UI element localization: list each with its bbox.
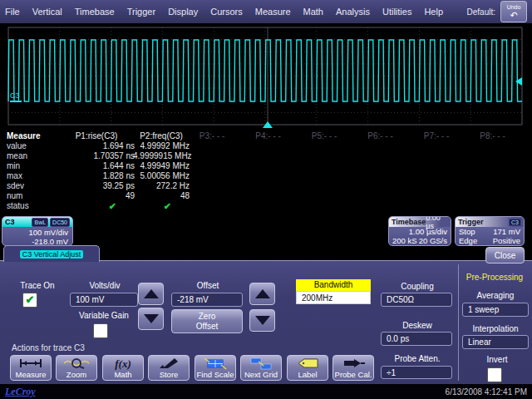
measure-column-p1[interactable]: P1:rise(C3)1.694 ns1.70357 ns1.644 ns1.8…: [58, 131, 135, 211]
variable-gain-checkbox[interactable]: [93, 323, 108, 338]
math-action-button[interactable]: f(x) Math: [102, 355, 144, 381]
timebase-per-div: 1.00 µs/div: [409, 227, 447, 236]
offset-label: Offset: [175, 281, 241, 290]
timebase-samples: 200 kS: [392, 236, 417, 245]
menu-item-utilities[interactable]: Utilities: [382, 7, 411, 17]
oscilloscope-screen: FileVerticalTimebaseTriggerDisplayCursor…: [0, 0, 532, 399]
trigger-mode: Stop: [459, 227, 475, 236]
measure-value: 1.70357 ns: [58, 151, 135, 161]
measure-column-header: P8:- - -: [468, 131, 518, 141]
variable-gain-label: Variable Gain: [68, 311, 140, 320]
menu-item-measure[interactable]: Measure: [255, 7, 291, 17]
deskew-field[interactable]: 0.0 ps: [381, 332, 452, 346]
dialog-tab-label: C3 Vertical Adjust: [20, 250, 84, 259]
measure-row-label: num: [7, 191, 57, 201]
measure-column-p2[interactable]: P2:freq(C3)4.99992 MHz4.9999915 MHz4.999…: [133, 131, 190, 211]
menu-item-math[interactable]: Math: [303, 7, 323, 17]
coupling-field[interactable]: DC50Ω: [381, 293, 452, 307]
offset-increase-button[interactable]: [249, 283, 275, 305]
measure-column-p3[interactable]: P3:- - -: [187, 131, 237, 141]
trigger-descriptor-box[interactable]: Trigger C3 Stop 171 mV Edge Positive: [455, 216, 525, 246]
zoom-action-button[interactable]: Zoom: [56, 355, 97, 381]
invert-label: Invert: [474, 355, 520, 364]
vertical-adjust-dialog: C3 Vertical Adjust Trace On ✔ Volts/div …: [0, 245, 532, 384]
measure-column-header: P1:rise(C3): [58, 131, 135, 141]
lecroy-logo[interactable]: LeCroy: [5, 386, 36, 398]
bandwidth-limit-badge: BwL: [32, 218, 48, 227]
coupling-label: Coupling: [384, 282, 451, 291]
timebase-title: Timebase: [392, 218, 426, 226]
menu-item-help[interactable]: Help: [424, 7, 443, 17]
waveform-plot[interactable]: C3: [0, 23, 532, 131]
menu-item-display[interactable]: Display: [168, 7, 198, 17]
trace-on-checkbox[interactable]: ✔: [22, 293, 37, 308]
undo-button[interactable]: Undo ↶: [500, 1, 527, 22]
measure-action-button[interactable]: Measure: [10, 355, 52, 381]
zero-offset-button[interactable]: Zero Offset: [171, 309, 243, 333]
close-button[interactable]: Close: [485, 247, 525, 264]
probe-cal-action-button[interactable]: Probe Cal.: [332, 355, 374, 381]
interpolation-field[interactable]: Linear: [462, 335, 529, 349]
volts-div-decrease-button[interactable]: [138, 308, 164, 330]
channel-volts-per-div: 100 mV/div: [2, 228, 68, 237]
measure-title: Measure: [7, 131, 57, 141]
label-tag-icon: [288, 357, 328, 370]
measure-value: 39.25 ps: [58, 181, 135, 191]
trace-on-label: Trace On: [12, 281, 63, 290]
menu-item-analysis[interactable]: Analysis: [336, 7, 370, 17]
timebase-descriptor-box[interactable]: Timebase 0.00 µs 1.00 µs/div 200 kS 20 G…: [388, 216, 451, 246]
channel-name: C3: [5, 218, 15, 226]
trigger-source-badge: C3: [509, 219, 521, 226]
menu-item-trigger[interactable]: Trigger: [127, 7, 155, 17]
menu-item-vertical[interactable]: Vertical: [32, 7, 62, 17]
undo-arrow-icon: ↶: [510, 11, 517, 20]
trigger-level-marker[interactable]: [515, 77, 522, 86]
bandwidth-field[interactable]: 200MHz: [296, 291, 371, 304]
find-scale-action-button[interactable]: Find Scale: [195, 355, 236, 381]
averaging-label: Averaging: [461, 291, 530, 300]
offset-field[interactable]: -218 mV: [171, 293, 243, 307]
datetime-display: 6/13/2008 4:12:41 PM: [446, 387, 527, 397]
preprocessing-title: Pre-Processing: [459, 273, 530, 282]
measure-column-p4[interactable]: P4:- - -: [244, 131, 293, 141]
invert-checkbox[interactable]: [487, 367, 502, 382]
status-bar: LeCroy 6/13/2008 4:12:41 PM: [0, 384, 532, 399]
math-fx-icon: f(x): [103, 357, 143, 370]
measure-column-header: P3:- - -: [187, 131, 237, 141]
measure-value: 48: [133, 191, 190, 201]
measure-column-header: P2:freq(C3): [133, 131, 190, 141]
tab-c3-vertical-adjust[interactable]: C3 Vertical Adjust: [3, 245, 100, 262]
measure-value: 49: [58, 191, 135, 201]
measure-column-p6[interactable]: P6:- - -: [356, 131, 406, 141]
trigger-title: Trigger: [458, 218, 484, 226]
measure-column-p8[interactable]: P8:- - -: [468, 131, 518, 141]
probe-atten-label: Probe Atten.: [384, 354, 451, 363]
volts-div-field[interactable]: 100 mV: [70, 293, 138, 307]
channel-descriptor-box[interactable]: C3 BwL DC50 100 mV/div -218.0 mV: [2, 216, 73, 246]
measure-icon: [11, 357, 51, 370]
averaging-field[interactable]: 1 sweep: [462, 303, 529, 317]
measure-column-p5[interactable]: P5:- - -: [299, 131, 349, 141]
next-grid-action-button[interactable]: Next Grid: [240, 355, 282, 381]
offset-decrease-button[interactable]: [249, 309, 275, 332]
store-action-button[interactable]: Store: [148, 355, 190, 381]
channel-box-header: C3 BwL DC50: [2, 217, 72, 227]
channel-offset-marker[interactable]: C3: [10, 91, 22, 102]
bandwidth-label: Bandwidth: [296, 279, 371, 291]
interpolation-label: Interpolation: [459, 324, 532, 333]
deskew-label: Deskew: [384, 321, 451, 330]
measure-column-p7[interactable]: P7:- - -: [411, 131, 461, 141]
volts-div-increase-button[interactable]: [138, 283, 164, 305]
measure-row-label: status: [7, 201, 57, 211]
measure-column-header: P7:- - -: [411, 131, 461, 141]
probe-atten-field[interactable]: ÷1: [381, 366, 452, 379]
trace: [8, 40, 522, 101]
menu-item-file[interactable]: File: [5, 7, 20, 17]
trigger-type: Edge: [459, 236, 477, 245]
label-action-button[interactable]: Label: [287, 355, 328, 381]
measure-status-check: ✔: [133, 201, 190, 211]
menu-item-timebase[interactable]: Timebase: [75, 7, 115, 17]
menu-item-cursors[interactable]: Cursors: [210, 7, 243, 17]
measure-value: 4.9999915 MHz: [133, 151, 190, 161]
default-label: Default:: [467, 7, 495, 17]
